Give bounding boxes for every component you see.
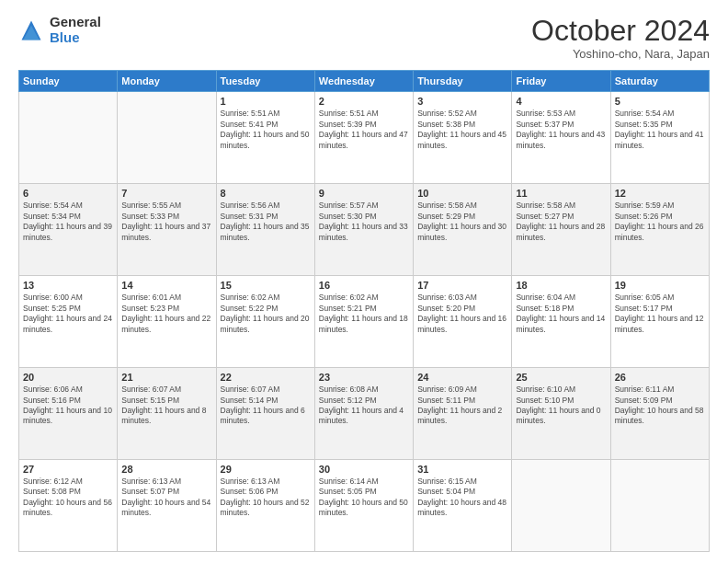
logo-blue-text: Blue [50, 30, 101, 46]
calendar-week-row: 27Sunrise: 6:12 AMSunset: 5:08 PMDayligh… [19, 460, 710, 552]
col-thursday: Thursday [414, 71, 512, 92]
day-number: 13 [23, 280, 113, 291]
col-sunday: Sunday [19, 71, 118, 92]
calendar-cell: 27Sunrise: 6:12 AMSunset: 5:08 PMDayligh… [19, 460, 118, 552]
calendar-cell: 11Sunrise: 5:58 AMSunset: 5:27 PMDayligh… [512, 184, 610, 276]
day-number: 1 [221, 96, 311, 107]
day-info: Sunrise: 5:57 AMSunset: 5:30 PMDaylight:… [319, 201, 409, 243]
calendar-cell: 26Sunrise: 6:11 AMSunset: 5:09 PMDayligh… [610, 368, 709, 460]
calendar-cell: 7Sunrise: 5:55 AMSunset: 5:33 PMDaylight… [118, 184, 216, 276]
day-info: Sunrise: 6:02 AMSunset: 5:21 PMDaylight:… [319, 293, 409, 335]
calendar-cell: 28Sunrise: 6:13 AMSunset: 5:07 PMDayligh… [118, 460, 216, 552]
day-number: 16 [319, 280, 409, 291]
page: General Blue October 2024 Yoshino-cho, N… [0, 0, 728, 563]
day-number: 30 [319, 464, 409, 475]
calendar-cell: 2Sunrise: 5:51 AMSunset: 5:39 PMDaylight… [314, 92, 413, 184]
calendar-week-row: 13Sunrise: 6:00 AMSunset: 5:25 PMDayligh… [19, 276, 710, 368]
day-number: 11 [516, 188, 606, 199]
logo-icon [18, 17, 44, 43]
day-info: Sunrise: 6:07 AMSunset: 5:15 PMDaylight:… [121, 385, 211, 427]
day-info: Sunrise: 6:10 AMSunset: 5:10 PMDaylight:… [516, 385, 606, 427]
day-info: Sunrise: 6:07 AMSunset: 5:14 PMDaylight:… [221, 385, 311, 427]
day-info: Sunrise: 5:58 AMSunset: 5:27 PMDaylight:… [516, 201, 606, 243]
col-friday: Friday [512, 71, 610, 92]
day-info: Sunrise: 5:58 AMSunset: 5:29 PMDaylight:… [417, 201, 507, 243]
calendar-cell [512, 460, 610, 552]
day-info: Sunrise: 6:15 AMSunset: 5:04 PMDaylight:… [417, 477, 507, 519]
day-number: 6 [23, 188, 113, 199]
day-info: Sunrise: 6:06 AMSunset: 5:16 PMDaylight:… [23, 385, 113, 427]
day-number: 5 [615, 96, 705, 107]
day-number: 22 [221, 372, 311, 383]
calendar-cell: 22Sunrise: 6:07 AMSunset: 5:14 PMDayligh… [216, 368, 314, 460]
calendar-cell: 3Sunrise: 5:52 AMSunset: 5:38 PMDaylight… [414, 92, 512, 184]
day-info: Sunrise: 6:05 AMSunset: 5:17 PMDaylight:… [615, 293, 705, 335]
day-info: Sunrise: 6:13 AMSunset: 5:07 PMDaylight:… [121, 477, 211, 519]
day-number: 21 [121, 372, 211, 383]
day-info: Sunrise: 6:08 AMSunset: 5:12 PMDaylight:… [319, 385, 409, 427]
calendar-cell: 29Sunrise: 6:13 AMSunset: 5:06 PMDayligh… [216, 460, 314, 552]
calendar-cell: 16Sunrise: 6:02 AMSunset: 5:21 PMDayligh… [314, 276, 413, 368]
calendar-cell: 14Sunrise: 6:01 AMSunset: 5:23 PMDayligh… [118, 276, 216, 368]
calendar-cell: 19Sunrise: 6:05 AMSunset: 5:17 PMDayligh… [610, 276, 709, 368]
calendar-week-row: 20Sunrise: 6:06 AMSunset: 5:16 PMDayligh… [19, 368, 710, 460]
calendar-cell [118, 92, 216, 184]
calendar-cell: 30Sunrise: 6:14 AMSunset: 5:05 PMDayligh… [314, 460, 413, 552]
day-number: 29 [221, 464, 311, 475]
day-number: 10 [417, 188, 507, 199]
calendar-cell: 25Sunrise: 6:10 AMSunset: 5:10 PMDayligh… [512, 368, 610, 460]
calendar-cell [610, 460, 709, 552]
day-number: 27 [23, 464, 113, 475]
calendar-week-row: 6Sunrise: 5:54 AMSunset: 5:34 PMDaylight… [19, 184, 710, 276]
header: General Blue October 2024 Yoshino-cho, N… [18, 15, 710, 61]
day-info: Sunrise: 6:01 AMSunset: 5:23 PMDaylight:… [121, 293, 211, 335]
day-number: 3 [417, 96, 507, 107]
calendar-header-row: Sunday Monday Tuesday Wednesday Thursday… [19, 71, 710, 92]
location: Yoshino-cho, Nara, Japan [531, 47, 710, 61]
day-number: 12 [615, 188, 705, 199]
day-info: Sunrise: 5:51 AMSunset: 5:41 PMDaylight:… [221, 109, 311, 151]
calendar-cell: 9Sunrise: 5:57 AMSunset: 5:30 PMDaylight… [314, 184, 413, 276]
day-info: Sunrise: 6:13 AMSunset: 5:06 PMDaylight:… [221, 477, 311, 519]
calendar-cell: 23Sunrise: 6:08 AMSunset: 5:12 PMDayligh… [314, 368, 413, 460]
day-number: 26 [615, 372, 705, 383]
calendar-cell: 5Sunrise: 5:54 AMSunset: 5:35 PMDaylight… [610, 92, 709, 184]
calendar-cell: 4Sunrise: 5:53 AMSunset: 5:37 PMDaylight… [512, 92, 610, 184]
day-info: Sunrise: 6:03 AMSunset: 5:20 PMDaylight:… [417, 293, 507, 335]
day-number: 4 [516, 96, 606, 107]
calendar-cell: 31Sunrise: 6:15 AMSunset: 5:04 PMDayligh… [414, 460, 512, 552]
day-info: Sunrise: 5:52 AMSunset: 5:38 PMDaylight:… [417, 109, 507, 151]
calendar-cell: 6Sunrise: 5:54 AMSunset: 5:34 PMDaylight… [19, 184, 118, 276]
day-number: 28 [121, 464, 211, 475]
day-info: Sunrise: 5:54 AMSunset: 5:34 PMDaylight:… [23, 201, 113, 243]
calendar-cell: 21Sunrise: 6:07 AMSunset: 5:15 PMDayligh… [118, 368, 216, 460]
day-info: Sunrise: 5:55 AMSunset: 5:33 PMDaylight:… [121, 201, 211, 243]
day-info: Sunrise: 6:02 AMSunset: 5:22 PMDaylight:… [221, 293, 311, 335]
day-number: 8 [221, 188, 311, 199]
calendar-week-row: 1Sunrise: 5:51 AMSunset: 5:41 PMDaylight… [19, 92, 710, 184]
day-info: Sunrise: 5:51 AMSunset: 5:39 PMDaylight:… [319, 109, 409, 151]
day-number: 24 [417, 372, 507, 383]
calendar-cell: 10Sunrise: 5:58 AMSunset: 5:29 PMDayligh… [414, 184, 512, 276]
day-info: Sunrise: 6:12 AMSunset: 5:08 PMDaylight:… [23, 477, 113, 519]
day-number: 7 [121, 188, 211, 199]
day-info: Sunrise: 6:14 AMSunset: 5:05 PMDaylight:… [319, 477, 409, 519]
day-number: 23 [319, 372, 409, 383]
day-info: Sunrise: 5:53 AMSunset: 5:37 PMDaylight:… [516, 109, 606, 151]
calendar-cell: 20Sunrise: 6:06 AMSunset: 5:16 PMDayligh… [19, 368, 118, 460]
logo: General Blue [18, 15, 101, 45]
day-info: Sunrise: 6:00 AMSunset: 5:25 PMDaylight:… [23, 293, 113, 335]
day-number: 15 [221, 280, 311, 291]
calendar-cell: 1Sunrise: 5:51 AMSunset: 5:41 PMDaylight… [216, 92, 314, 184]
calendar-cell: 18Sunrise: 6:04 AMSunset: 5:18 PMDayligh… [512, 276, 610, 368]
logo-text: General Blue [50, 15, 101, 45]
title-area: October 2024 Yoshino-cho, Nara, Japan [531, 15, 710, 61]
day-info: Sunrise: 6:11 AMSunset: 5:09 PMDaylight:… [615, 385, 705, 427]
month-title: October 2024 [531, 15, 710, 47]
day-number: 17 [417, 280, 507, 291]
calendar-cell: 13Sunrise: 6:00 AMSunset: 5:25 PMDayligh… [19, 276, 118, 368]
calendar-cell [19, 92, 118, 184]
calendar-cell: 12Sunrise: 5:59 AMSunset: 5:26 PMDayligh… [610, 184, 709, 276]
calendar-cell: 17Sunrise: 6:03 AMSunset: 5:20 PMDayligh… [414, 276, 512, 368]
calendar-cell: 8Sunrise: 5:56 AMSunset: 5:31 PMDaylight… [216, 184, 314, 276]
